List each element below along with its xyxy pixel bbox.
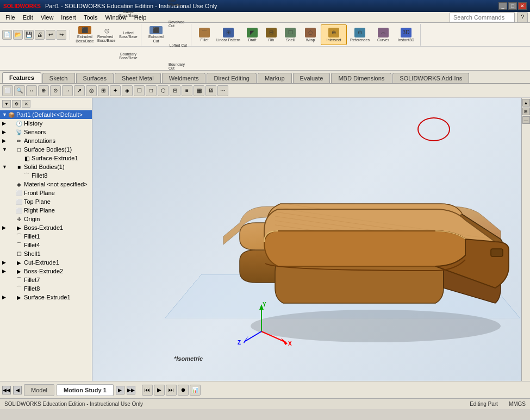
tree-item-solid-bodies[interactable]: ▼ ■ Solid Bodies(1): [0, 162, 92, 171]
tab-mbd-dimensions[interactable]: MBD Dimensions: [331, 73, 391, 83]
tree-item-cut-extrude1[interactable]: ▶ ▶ Cut-Extrude1: [0, 258, 92, 267]
sec-btn-13[interactable]: □: [146, 85, 157, 96]
tree-item-fillet1[interactable]: ⌒ Fillet1: [0, 232, 92, 241]
tab-solidworks-addins[interactable]: SOLIDWORKS Add-Ins: [392, 73, 469, 83]
tree-item-annotations[interactable]: ▶ ✏ Annotations: [0, 136, 92, 145]
help-button[interactable]: ?: [517, 12, 528, 23]
sec-btn-18[interactable]: 🖥: [205, 85, 216, 96]
lofted-boss-button[interactable]: Lofted Boss/Base: [118, 24, 139, 45]
sec-btn-1[interactable]: ⬜: [2, 85, 13, 96]
tree-item-top-plane[interactable]: ⬜ Top Plane: [0, 197, 92, 206]
menu-edit[interactable]: Edit: [20, 13, 36, 22]
lofted-cut-button[interactable]: Lofted Cut: [168, 35, 189, 55]
bottom-sec-1[interactable]: ⏮: [142, 385, 153, 396]
bottom-nav-back[interactable]: ◀: [13, 386, 22, 394]
bottom-tab-model[interactable]: Model: [24, 384, 54, 396]
bottom-tab-motion[interactable]: Motion Study 1: [57, 384, 114, 396]
bottom-nav-next[interactable]: ▶▶: [127, 386, 135, 394]
sec-btn-2[interactable]: 🔍: [14, 85, 25, 96]
draft-button[interactable]: ◤ Draft: [242, 24, 262, 45]
sec-btn-7[interactable]: ↗: [74, 85, 85, 96]
revolved-boss-button[interactable]: ◷Revolved Boss/Base: [97, 24, 117, 45]
tab-weldments[interactable]: Weldments: [162, 73, 206, 83]
references-button[interactable]: ⊙ References: [347, 24, 372, 45]
redo-button[interactable]: ↪: [57, 30, 66, 40]
revolved-cut-button[interactable]: Revolved Cut: [168, 14, 189, 34]
tree-item-surface-extrude1[interactable]: ▶ ▶ Surface-Extrude1: [0, 293, 92, 302]
sec-btn-4[interactable]: ⊕: [38, 85, 49, 96]
sec-btn-6[interactable]: →: [62, 85, 73, 96]
sec-btn-19[interactable]: ⋯: [217, 85, 228, 96]
sec-btn-11[interactable]: ◈: [122, 85, 133, 96]
tree-item-fillet4[interactable]: ⌒ Fillet4: [0, 241, 92, 249]
right-btn-3[interactable]: —: [522, 116, 530, 124]
close-button[interactable]: ✕: [518, 2, 527, 10]
tree-item-origin[interactable]: ✛ Origin: [0, 215, 92, 223]
fillet-button[interactable]: ⌒ Fillet: [195, 24, 214, 45]
undo-button[interactable]: ↩: [46, 30, 55, 40]
tab-sketch[interactable]: Sketch: [42, 73, 75, 83]
boundary-boss-button[interactable]: Boundary Boss/Base: [118, 46, 139, 66]
sec-btn-9[interactable]: ⊞: [98, 85, 109, 96]
right-btn-1[interactable]: ▲: [522, 99, 530, 106]
tree-item-front-plane[interactable]: ⬜ Front Plane: [0, 189, 92, 197]
tab-markup[interactable]: Markup: [258, 73, 292, 83]
save-button[interactable]: 💾: [24, 30, 34, 40]
bottom-nav-fwd[interactable]: ▶: [116, 386, 124, 394]
filter-button[interactable]: ▼: [2, 100, 11, 108]
bottom-sec-3[interactable]: ⏭: [166, 385, 177, 396]
tree-item-fillet8-child[interactable]: ⌒ Fillet8: [0, 171, 92, 180]
linear-pattern-button[interactable]: ⊞ Linear Pattern: [215, 24, 242, 45]
instant3d-button[interactable]: 3D Instant3D: [394, 24, 418, 45]
shell-button[interactable]: ☐ Shell: [280, 24, 300, 45]
sec-btn-17[interactable]: ▦: [194, 85, 204, 96]
sec-btn-16[interactable]: ≡: [182, 85, 192, 96]
curves-button[interactable]: ⌓ Curves: [373, 24, 394, 45]
wrap-button[interactable]: ◌ Wrap: [301, 24, 320, 45]
tree-item-boss-extrude2[interactable]: ▶ ▶ Boss-Extrude2: [0, 267, 92, 275]
tab-surfaces[interactable]: Surfaces: [76, 73, 114, 83]
tree-item-part1[interactable]: ▼ 📦 Part1 (Default<<Default>: [0, 110, 92, 119]
sec-btn-15[interactable]: ⊟: [170, 85, 180, 96]
bottom-sec-4[interactable]: ⏺: [178, 385, 189, 396]
tree-item-history[interactable]: ▶ 🕐 History: [0, 119, 92, 128]
tree-item-shell1[interactable]: ☐ Shell1: [0, 249, 92, 258]
filter-type-button[interactable]: ⚙: [12, 100, 21, 108]
tab-sheet-metal[interactable]: Sheet Metal: [115, 73, 161, 83]
tree-item-fillet8[interactable]: ⌒ Fillet8: [0, 284, 92, 293]
tab-features[interactable]: Features: [2, 72, 41, 83]
tree-item-surface-extrude1-child[interactable]: ◧ Surface-Extrude1: [0, 154, 92, 162]
sec-btn-8[interactable]: ◎: [86, 85, 97, 96]
tree-item-surface-bodies[interactable]: ▼ □ Surface Bodies(1): [0, 145, 92, 154]
menu-insert[interactable]: Insert: [58, 13, 79, 22]
rib-button[interactable]: ⊟ Rib: [263, 24, 280, 45]
tree-item-material[interactable]: ◈ Material <not specified>: [0, 180, 92, 189]
print-button[interactable]: 🖨: [35, 30, 45, 40]
swept-boss-button[interactable]: Swept Boss/Base: [118, 3, 139, 24]
tab-direct-editing[interactable]: Direct Editing: [207, 73, 256, 83]
sec-btn-5[interactable]: ⊙: [50, 85, 61, 96]
sec-btn-12[interactable]: ☐: [134, 85, 145, 96]
sec-btn-10[interactable]: ✦: [110, 85, 121, 96]
new-button[interactable]: 📄: [2, 30, 12, 40]
tree-item-right-plane[interactable]: ⬜ Right Plane: [0, 206, 92, 215]
open-button[interactable]: 📂: [13, 30, 23, 40]
tab-evaluate[interactable]: Evaluate: [293, 73, 331, 83]
right-btn-2[interactable]: ⊞: [522, 108, 530, 115]
bottom-sec-2[interactable]: ▶: [154, 385, 165, 396]
menu-view[interactable]: View: [38, 13, 57, 22]
intersect-button[interactable]: ⊕ Intersect: [321, 24, 347, 45]
tree-item-boss-extrude1[interactable]: ▶ ▶ Boss-Extrude1: [0, 223, 92, 232]
sec-btn-3[interactable]: ↔: [26, 85, 37, 96]
bottom-sec-5[interactable]: 📊: [190, 385, 201, 396]
3d-viewport[interactable]: Y X Z *Isometric: [92, 98, 521, 381]
extruded-boss-button[interactable]: ⬛ Extruded Boss/Base: [73, 24, 96, 45]
filter-clear-button[interactable]: ✕: [22, 100, 30, 108]
maximize-button[interactable]: □: [508, 2, 517, 10]
hole-wizard-button[interactable]: Hole Wizard: [168, 0, 189, 13]
extruded-cut-button[interactable]: ⬛ Extruded Cut: [145, 24, 167, 45]
bottom-nav-prev[interactable]: ◀◀: [2, 386, 11, 394]
minimize-button[interactable]: _: [498, 2, 507, 10]
menu-file[interactable]: File: [2, 13, 18, 22]
sec-btn-14[interactable]: ⬡: [158, 85, 169, 96]
